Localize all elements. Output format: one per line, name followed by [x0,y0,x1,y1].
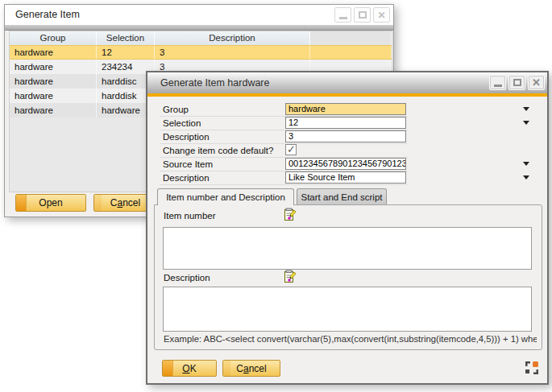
close-button[interactable]: ✕ [373,7,390,23]
panel-description-label: Description [164,273,210,283]
cell-group[interactable]: hardware [10,46,97,59]
cell-filler [310,46,392,59]
chevron-down-icon[interactable] [523,107,529,111]
selection-label: Selection [163,117,201,130]
cell-group[interactable]: hardware [10,74,97,89]
column-header-description[interactable]: Description [155,31,310,45]
resize-grip-icon[interactable] [525,361,539,375]
source-item-label: Source Item [163,158,213,171]
button-accent-stripe [163,361,173,376]
button-accent-stripe [94,195,102,211]
ok-button[interactable]: OK [162,360,217,377]
change-item-code-label: Change item code default? [163,144,273,157]
dialog-controls: ✕ [487,75,545,90]
table-header: Group Selection Description [10,31,392,45]
close-icon: ✕ [377,10,385,20]
table-row[interactable]: hardware 12 3 [10,45,392,60]
selection-dropdown[interactable]: 12 [285,117,406,129]
cell-description[interactable]: 3 [155,46,310,59]
group-dropdown[interactable]: hardware [285,103,406,115]
panel-description-textarea[interactable] [163,287,532,332]
form-row-group: Group hardware [160,103,408,117]
form-row-source-item: Source Item 00123456789012345679012345 [160,158,408,171]
window-controls: ✕ [332,7,390,23]
example-text: Example: ABC-<select convert(varchar(5),… [164,334,537,344]
tab-item-number-and-description[interactable]: Item number and Description [157,188,294,205]
maximize-button[interactable] [354,7,371,23]
group-label: Group [163,103,189,116]
cancel-button-label: Cancel [110,197,140,208]
chevron-down-icon[interactable] [523,175,529,179]
titlebar-separator [5,25,393,31]
desktop: Generate Item ✕ Group Selection Descript… [0,0,552,392]
description-label: Description [163,130,210,143]
cell-group[interactable]: hardware [10,89,97,103]
chevron-down-icon[interactable] [523,121,529,125]
button-accent-stripe [223,361,230,376]
column-header-filler [310,31,392,45]
dialog-body: Group hardware Selection 12 Description … [147,97,547,383]
minimize-button[interactable] [334,7,351,23]
maximize-icon [359,11,367,19]
minimize-icon [339,17,347,19]
column-header-group[interactable]: Group [10,31,97,45]
form-row-description2: Description Like Source Item [160,171,408,185]
item-number-textarea[interactable] [163,227,532,270]
window-title: Generate Item [15,9,80,20]
source-item-dropdown[interactable]: 00123456789012345679012345 [285,158,406,170]
item-number-label: Item number [164,211,216,221]
description2-dropdown[interactable]: Like Source Item [285,171,406,184]
form-row-change-item-code: Change item code default? [160,144,408,158]
close-button[interactable]: ✕ [528,75,545,90]
dialog-title: Generate Item hardware [160,77,270,89]
tab-start-and-end-script[interactable]: Start and End script [297,188,387,205]
cell-group[interactable]: hardware [10,60,97,74]
cancel-button[interactable]: Cancel [222,360,280,377]
form-row-selection: Selection 12 [160,117,408,130]
description2-label: Description [163,171,210,184]
generate-item-hardware-dialog: Generate Item hardware ✕ Group hardware … [146,71,549,385]
open-button-label: Open [39,197,62,208]
edit-script-icon[interactable] [284,208,297,221]
close-icon: ✕ [532,77,541,88]
generate-item-titlebar[interactable]: Generate Item ✕ [5,5,393,25]
open-button[interactable]: Open [15,194,86,212]
chevron-down-icon[interactable] [523,162,529,166]
minimize-icon [494,85,502,87]
dialog-titlebar[interactable]: Generate Item hardware ✕ [147,72,547,93]
minimize-button[interactable] [489,75,506,90]
change-item-code-checkbox[interactable] [285,144,297,155]
cell-group[interactable]: hardware [10,103,97,118]
column-header-selection[interactable]: Selection [97,31,155,45]
cancel-button-label: Cancel [236,363,266,374]
button-accent-stripe [16,195,27,211]
maximize-button[interactable] [508,75,525,90]
cell-selection[interactable]: 12 [97,46,155,59]
maximize-icon [513,79,521,86]
edit-script-icon[interactable] [284,270,297,283]
tab-panel: Item number Description [154,204,542,350]
ok-button-label: OK [182,363,196,374]
form-row-description: Description 3 [160,130,408,144]
description-input[interactable]: 3 [285,130,406,142]
